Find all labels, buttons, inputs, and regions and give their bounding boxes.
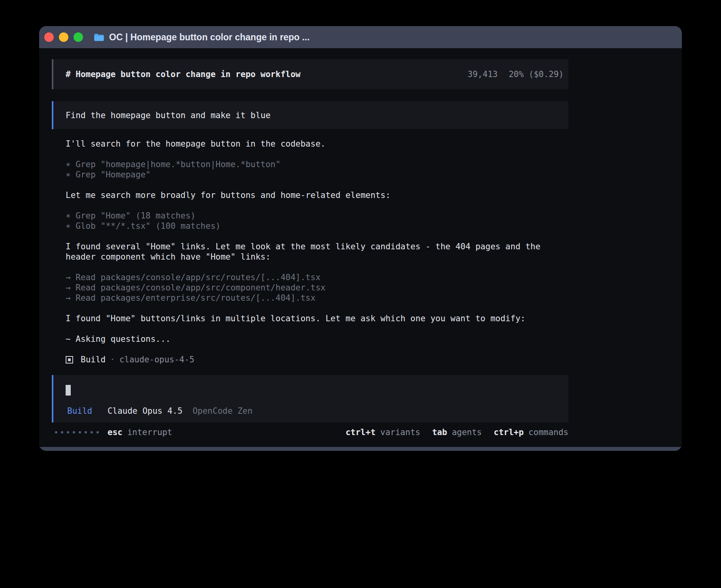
- user-message-text: Find the homepage button and make it blu…: [66, 111, 270, 120]
- status-right: ctrl+t variants tab agents ctrl+p comman…: [345, 427, 568, 437]
- interrupt-label: interrupt: [127, 427, 172, 437]
- spinner-dot: [91, 431, 93, 433]
- minimize-button[interactable]: [59, 32, 68, 42]
- input-model-label: Claude Opus 4.5: [108, 406, 183, 416]
- tool-call-grep: ∗ Grep "Home" (18 matches): [66, 211, 568, 221]
- assistant-text: I'll search for the homepage button in t…: [66, 139, 568, 149]
- spinner-dot: [67, 431, 69, 433]
- spinner-dot: [79, 431, 81, 433]
- input-meta: Build Claude Opus 4.5 OpenCode Zen: [67, 406, 253, 416]
- shortcut-key: tab: [432, 427, 447, 437]
- asking-status: ~ Asking questions...: [66, 334, 568, 344]
- prompt-input[interactable]: Build Claude Opus 4.5 OpenCode Zen: [52, 375, 568, 422]
- user-message: Find the homepage button and make it blu…: [52, 101, 568, 129]
- tool-call-read: → Read packages/enterprise/src/routes/[.…: [66, 293, 568, 303]
- spinner-dot: [61, 431, 63, 433]
- agent-separator: ·: [110, 354, 115, 365]
- traffic-lights: [44, 32, 83, 42]
- shortcut-key: ctrl+t: [345, 427, 376, 437]
- esc-key-hint: esc: [108, 427, 123, 437]
- assistant-transcript: I'll search for the homepage button in t…: [66, 139, 568, 365]
- shortcut-agents: tab agents: [432, 427, 482, 437]
- spinner-dot: [85, 431, 87, 433]
- session-stats: 39,413 20% ($0.29): [468, 70, 564, 79]
- window-title: OC | Homepage button color change in rep…: [109, 32, 310, 43]
- spinner-dot: [55, 431, 57, 433]
- token-count: 39,413: [468, 70, 498, 79]
- context-usage: 20% ($0.29): [509, 70, 564, 79]
- titlebar-title-group: OC | Homepage button color change in rep…: [94, 32, 310, 43]
- spinner-dot: [96, 431, 99, 433]
- tool-call-grep: ∗ Grep "homepage|home.*button|Home.*butt…: [66, 159, 568, 170]
- status-bar: esc interrupt ctrl+t variants tab agents…: [52, 427, 568, 437]
- input-mode-label: Build: [67, 406, 92, 416]
- shortcut-variants: ctrl+t variants: [345, 427, 420, 437]
- spinner-dots: [55, 431, 99, 433]
- session-header: # Homepage button color change in repo w…: [52, 59, 568, 89]
- assistant-text: I found several "Home" links. Let me loo…: [66, 241, 568, 262]
- content-column: # Homepage button color change in repo w…: [52, 59, 568, 437]
- folder-icon: [94, 33, 104, 41]
- assistant-text: Let me search more broadly for buttons a…: [66, 190, 568, 200]
- terminal-body: # Homepage button color change in repo w…: [39, 48, 682, 447]
- shortcut-label: commands: [528, 427, 568, 437]
- text-cursor: [66, 385, 71, 396]
- agent-model: claude-opus-4-5: [119, 354, 194, 365]
- status-left: esc interrupt: [52, 427, 172, 437]
- close-button[interactable]: [44, 32, 54, 42]
- assistant-text: I found "Home" buttons/links in multiple…: [66, 313, 568, 324]
- shortcut-key: ctrl+p: [494, 427, 524, 437]
- session-title: # Homepage button color change in repo w…: [66, 70, 300, 79]
- shortcut-label: variants: [380, 427, 420, 437]
- tool-call-glob: ∗ Glob "**/*.tsx" (100 matches): [66, 221, 568, 231]
- tool-call-read: → Read packages/console/app/src/routes/[…: [66, 272, 568, 283]
- agent-icon-dot: [68, 358, 71, 361]
- zoom-button[interactable]: [74, 32, 83, 42]
- spinner-dot: [73, 431, 75, 433]
- tool-call-grep: ∗ Grep "Homepage": [66, 170, 568, 180]
- input-provider-label: OpenCode Zen: [193, 406, 253, 416]
- agent-icon: [66, 356, 73, 364]
- shortcut-commands: ctrl+p commands: [494, 427, 568, 437]
- terminal-window: OC | Homepage button color change in rep…: [39, 26, 682, 451]
- titlebar: OC | Homepage button color change in rep…: [39, 26, 682, 48]
- agent-status-line: Build · claude-opus-4-5: [66, 354, 568, 365]
- tool-call-read: → Read packages/console/app/src/componen…: [66, 283, 568, 293]
- shortcut-label: agents: [452, 427, 482, 437]
- agent-name: Build: [81, 354, 106, 365]
